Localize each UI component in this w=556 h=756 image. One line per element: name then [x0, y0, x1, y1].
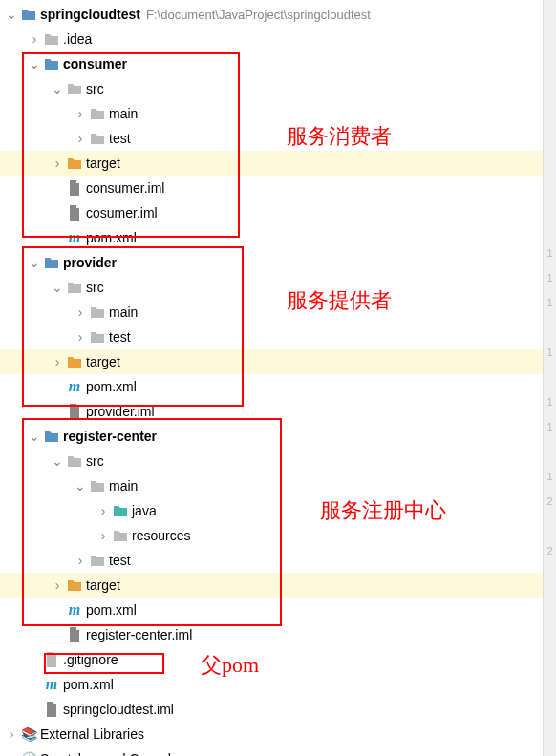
chevron-right-icon[interactable]: [50, 354, 65, 369]
chevron-right-icon[interactable]: [73, 304, 88, 320]
chevron-right-icon[interactable]: [50, 156, 65, 171]
tree-row[interactable]: pom.xml: [0, 598, 556, 622]
chevron-right-icon[interactable]: [96, 503, 111, 518]
chevron-down-icon[interactable]: [4, 7, 19, 22]
maven-icon: [44, 677, 59, 692]
tree-row-scratch[interactable]: Scratches and Consoles: [0, 746, 556, 756]
tree-row[interactable]: cosumer.iml: [0, 200, 556, 225]
node-label: Scratches and Consoles: [40, 751, 185, 756]
tree-row[interactable]: src: [0, 76, 556, 101]
library-icon: [21, 726, 36, 742]
folder-icon: [67, 354, 82, 369]
tree-row[interactable]: target: [0, 151, 556, 176]
node-label: pom.xml: [86, 379, 137, 394]
tree-row[interactable]: main: [0, 473, 556, 498]
tree-row-register[interactable]: register-center: [0, 424, 556, 449]
scratch-icon: [21, 751, 36, 756]
folder-icon: [67, 578, 82, 593]
chevron-right-icon[interactable]: [50, 578, 65, 593]
chevron-down-icon[interactable]: [50, 453, 65, 469]
tree-row[interactable]: .idea: [0, 27, 556, 52]
node-label: src: [86, 453, 104, 469]
chevron-down-icon[interactable]: [27, 429, 42, 444]
node-label: consumer.iml: [86, 180, 164, 196]
node-label: External Libraries: [40, 726, 144, 742]
chevron-right-icon[interactable]: [73, 329, 88, 345]
tree-row[interactable]: main: [0, 101, 556, 126]
tree-row[interactable]: pom.xml: [0, 374, 556, 399]
tree-row[interactable]: test: [0, 126, 556, 151]
node-label: springcloudtest.iml: [63, 702, 174, 717]
node-label: resources: [132, 528, 190, 543]
folder-icon: [44, 32, 59, 47]
tree-row-parentpom[interactable]: pom.xml: [0, 672, 556, 697]
folder-icon: [90, 304, 105, 320]
chevron-right-icon[interactable]: [27, 32, 42, 47]
tree-row[interactable]: resources: [0, 523, 556, 548]
node-label: main: [109, 106, 138, 121]
chevron-right-icon[interactable]: [73, 106, 88, 121]
node-label: register-center.iml: [86, 627, 192, 642]
file-icon: [67, 205, 82, 220]
folder-icon: [44, 255, 59, 270]
file-icon: [67, 180, 82, 196]
chevron-right-icon[interactable]: [73, 131, 88, 146]
editor-gutter: 1 1 1 1 1 1 1 2 2: [543, 0, 556, 756]
folder-icon: [90, 329, 105, 345]
folder-icon: [90, 553, 105, 568]
node-label: pom.xml: [86, 602, 137, 618]
folder-icon: [44, 56, 59, 72]
folder-icon: [21, 7, 36, 22]
chevron-down-icon[interactable]: [73, 478, 88, 494]
chevron-down-icon[interactable]: [50, 81, 65, 96]
chevron-right-icon[interactable]: [96, 528, 111, 543]
folder-icon: [113, 503, 128, 518]
maven-icon: [67, 379, 82, 394]
tree-row[interactable]: pom.xml: [0, 225, 556, 250]
tree-row[interactable]: target: [0, 349, 556, 374]
node-label: cosumer.iml: [86, 205, 158, 220]
chevron-right-icon[interactable]: [73, 553, 88, 568]
node-label: provider: [63, 255, 117, 270]
node-label: provider.iml: [86, 404, 155, 419]
maven-icon: [67, 602, 82, 618]
tree-row[interactable]: test: [0, 548, 556, 573]
file-icon: [44, 702, 59, 717]
folder-icon: [67, 280, 82, 295]
node-label: test: [109, 131, 131, 146]
tree-row-provider[interactable]: provider: [0, 250, 556, 275]
node-label: src: [86, 280, 104, 295]
folder-icon: [44, 429, 59, 444]
node-label: .idea: [63, 32, 92, 47]
tree-row[interactable]: .gitignore: [0, 647, 556, 672]
chevron-down-icon[interactable]: [50, 280, 65, 295]
tree-row[interactable]: test: [0, 325, 556, 349]
tree-row[interactable]: src: [0, 275, 556, 300]
tree-row[interactable]: src: [0, 449, 556, 473]
node-label: pom.xml: [86, 230, 137, 245]
node-label: consumer: [63, 56, 127, 72]
tree-row[interactable]: springcloudtest.iml: [0, 697, 556, 722]
file-icon: [44, 652, 59, 667]
chevron-right-icon[interactable]: [4, 726, 19, 742]
chevron-down-icon[interactable]: [27, 56, 42, 72]
tree-row-consumer[interactable]: consumer: [0, 52, 556, 76]
folder-icon: [90, 131, 105, 146]
tree-row[interactable]: consumer.iml: [0, 176, 556, 200]
tree-row[interactable]: register-center.iml: [0, 622, 556, 647]
project-tree: springcloudtest F:\document\JavaProject\…: [0, 0, 556, 756]
node-label: target: [86, 578, 120, 593]
folder-icon: [90, 478, 105, 494]
tree-row[interactable]: provider.iml: [0, 399, 556, 424]
folder-icon: [113, 528, 128, 543]
node-label: main: [109, 478, 138, 494]
node-label: test: [109, 329, 131, 345]
tree-row-root[interactable]: springcloudtest F:\document\JavaProject\…: [0, 2, 556, 27]
node-label: target: [86, 354, 120, 369]
chevron-down-icon[interactable]: [27, 255, 42, 270]
tree-row[interactable]: java: [0, 498, 556, 523]
node-label: register-center: [63, 429, 157, 444]
tree-row[interactable]: main: [0, 300, 556, 325]
tree-row-extlib[interactable]: External Libraries: [0, 722, 556, 746]
tree-row[interactable]: target: [0, 573, 556, 598]
